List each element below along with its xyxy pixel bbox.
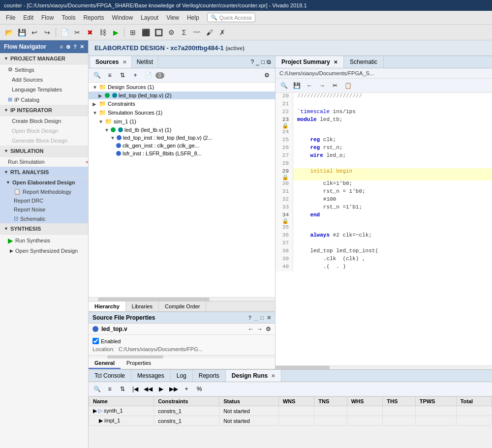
section-synthesis-header[interactable]: ▼ SYNTHESIS [0,223,88,235]
nav-restore-icon[interactable]: ⊕ [66,44,70,50]
save-btn[interactable]: 💾 [16,27,28,38]
tree-scrollbar[interactable] [89,297,275,301]
col-constraints[interactable]: Constraints [154,397,219,406]
close-design-runs-tab[interactable]: ✕ [271,373,275,379]
delete-btn[interactable]: ✖ [84,27,96,38]
tab-compile-order[interactable]: Compile Order [159,301,207,311]
tab-tcl-console[interactable]: Tcl Console [89,370,131,382]
tab-hierarchy[interactable]: Hierarchy [89,301,126,311]
sfp-maximize-icon[interactable]: □ [260,315,264,321]
col-whs[interactable]: WHS [347,397,383,406]
nav-run-synthesis[interactable]: ▶ Run Synthesis [0,235,88,246]
menu-view[interactable]: View [162,12,183,23]
nav-add-sources[interactable]: Add Sources [0,75,88,85]
tab-minimize-icon[interactable]: _ [256,59,259,65]
menu-edit[interactable]: Edit [19,12,37,23]
nav-report-methodology[interactable]: 📋 Report Methodology [0,187,88,196]
row-expand-icon[interactable]: ▶ [99,418,103,423]
col-tpws[interactable]: TPWS [415,397,456,406]
nav-report-drc[interactable]: Report DRC [0,196,88,205]
sfp-close-icon[interactable]: ✕ [267,315,271,321]
undo-btn[interactable]: ↩ [29,27,40,38]
code-tab-project-summary[interactable]: Project Summary ✕ [276,56,344,68]
code-tab-schematic[interactable]: Schematic [344,56,384,68]
tab-float-icon[interactable]: ⧉ [267,59,271,65]
dr-first-btn[interactable]: |◀ [130,384,141,394]
nav-open-synthesized[interactable]: ▶ Open Synthesized Design [0,246,88,255]
tab-libraries[interactable]: Libraries [126,301,159,311]
menu-layout[interactable]: Layout [137,12,162,23]
tree-led-tb[interactable]: ▼ led_tb (led_tb.v) (1) [89,126,275,134]
design-runs-table-container[interactable]: Name Constraints Status WNS TNS WHS THS … [89,396,492,448]
sfp-tab-properties[interactable]: Properties [121,358,157,369]
tab-log[interactable]: Log [171,370,193,382]
code-cut-btn[interactable]: ✂ [330,80,340,91]
sources-file-btn[interactable]: 📄 [143,70,154,81]
nav-run-simulation[interactable]: Run Simulation ← [0,157,88,167]
tree-clk-gen-inst[interactable]: clk_gen_inst : clk_gen (clk_ge... [89,142,275,149]
code-forward-btn[interactable]: → [317,80,328,91]
section-simulation-header[interactable]: ▼ SIMULATION [0,146,88,157]
code-search-btn[interactable]: 🔍 [278,80,289,91]
dr-refresh-btn[interactable]: ⇅ [117,384,128,394]
menu-reports[interactable]: Reports [79,12,108,23]
tab-reports[interactable]: Reports [193,370,226,382]
tab-sources[interactable]: Sources ✕ [91,56,132,68]
sources-refresh-btn[interactable]: ⇅ [117,70,128,81]
ports-btn[interactable]: 🔲 [153,27,164,38]
x-btn[interactable]: ✗ [216,27,228,38]
sources-add-btn[interactable]: + [130,70,141,81]
redo-btn[interactable]: ↪ [41,27,53,38]
code-scrollbar[interactable] [276,365,492,369]
sfp-forward-btn[interactable]: → [257,326,263,332]
nav-settings[interactable]: ⚙ Settings [0,64,88,75]
tree-constraints[interactable]: ▶ 📁 Constraints [89,99,275,108]
run-btn[interactable]: ▶ [110,27,122,38]
nav-schematic[interactable]: ⊡ Schematic [0,214,88,223]
col-tns[interactable]: TNS [314,397,347,406]
copy-btn[interactable]: 📄 [59,27,70,38]
col-ths[interactable]: THS [383,397,415,406]
sources-settings-btn[interactable]: ⚙ [261,70,272,81]
nav-ip-catalog[interactable]: ⊞ IP Catalog [0,94,88,105]
code-back-btn[interactable]: ← [304,80,315,91]
table-row[interactable]: ▶ ▷ synth_1 constrs_1 Not started [89,406,492,416]
tree-sim-1[interactable]: ▼ 📁 sim_1 (1) [89,117,275,126]
dr-percent-btn[interactable]: % [194,384,205,394]
nav-help-icon[interactable]: ? [73,44,77,50]
row-expand-icon[interactable]: ▶ [93,408,97,414]
nav-pin-icon[interactable]: ≡ [60,44,63,50]
nav-report-noise[interactable]: Report Noise [0,205,88,214]
dr-add-btn[interactable]: + [181,384,192,394]
tree-lsfr-inst[interactable]: lsfr_inst : LSFR_8bits (LSFR_8... [89,149,275,157]
tree-led-top-inst[interactable]: ▼ led_top_inst : led_top (led_top.v) (2.… [89,134,275,142]
sources-search-btn[interactable]: 🔍 [92,70,102,81]
sfp-help-icon[interactable]: ? [248,315,251,321]
open-btn[interactable]: 📂 [3,27,15,38]
sfp-settings-btn[interactable]: ⚙ [266,326,271,332]
nav-language-templates[interactable]: Language Templates [0,85,88,94]
col-wns[interactable]: WNS [278,397,314,406]
wave-btn[interactable]: 〰 [191,27,203,38]
dr-search-btn[interactable]: 🔍 [92,384,102,394]
section-rtl-analysis-header[interactable]: ▼ RTL ANALYSIS [0,167,88,178]
nav-close-icon[interactable]: ✕ [80,44,84,50]
code-save-btn[interactable]: 💾 [291,80,302,91]
nav-create-block-design[interactable]: Create Block Design [0,116,88,126]
tab-netlist[interactable]: Netlist [132,56,158,68]
menu-tools[interactable]: Tools [58,12,79,23]
col-name[interactable]: Name [89,397,154,406]
dr-filter-btn[interactable]: ≡ [104,384,115,394]
dr-prev-btn[interactable]: ◀◀ [143,384,154,394]
sfp-tab-general[interactable]: General [89,358,121,369]
dr-play-btn[interactable]: ▶ [155,384,166,394]
save2-btn[interactable]: ⬛ [140,27,152,38]
tab-maximize-icon[interactable]: □ [261,59,265,65]
section-ip-integrator-header[interactable]: ▼ IP INTEGRATOR [0,105,88,116]
sfp-enabled-checkbox[interactable] [92,338,99,344]
menu-window[interactable]: Window [108,12,137,23]
dr-next-btn[interactable]: ▶▶ [168,384,179,394]
tab-help-icon[interactable]: ? [250,59,254,65]
sfp-back-btn[interactable]: ← [248,326,254,332]
tree-design-sources[interactable]: ▼ 📁 Design Sources (1) [89,83,275,91]
